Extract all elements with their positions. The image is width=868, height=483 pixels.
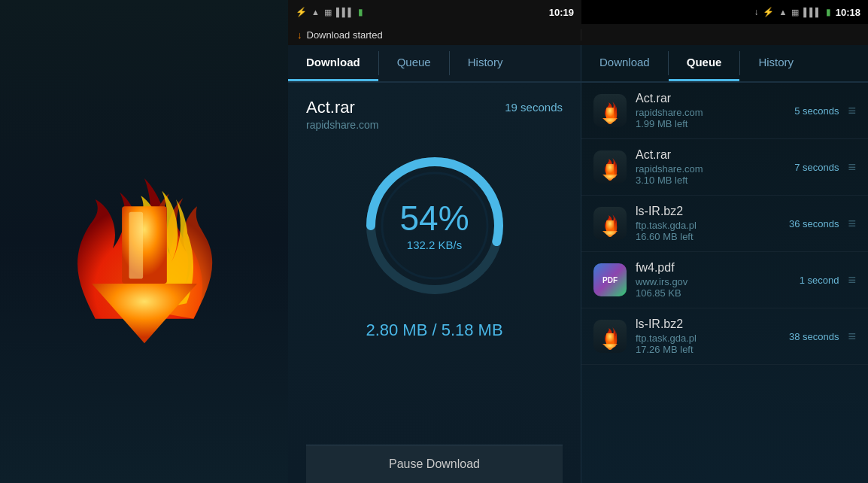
svg-rect-8 bbox=[606, 164, 614, 175]
queue-menu-icon[interactable]: ≡ bbox=[848, 329, 856, 345]
queue-menu-icon[interactable]: ≡ bbox=[848, 103, 856, 119]
queue-item-time: 1 second bbox=[800, 275, 839, 286]
queue-item-source: rapidshare.com bbox=[636, 163, 785, 175]
right-side: ⚡ ▲ ▦ ▌▌▌ ▮ 10:19 ↓ ⚡ ▲ ▦ ▌▌▌ ▮ 10:18 ↓ … bbox=[288, 0, 868, 483]
queue-menu-icon[interactable]: ≡ bbox=[848, 272, 856, 288]
pdf-icon: PDF bbox=[593, 263, 627, 296]
right-time: 10:18 bbox=[836, 7, 860, 18]
left-tabs: Download Queue History bbox=[288, 45, 581, 83]
wifi-icon-right: ▲ bbox=[778, 8, 787, 17]
queue-item-size: 1.99 MB left bbox=[636, 118, 785, 129]
sim-icon-right: ▦ bbox=[791, 8, 799, 17]
signal-icon-right: ▌▌▌ bbox=[803, 8, 821, 17]
right-tabs: Download Queue History bbox=[581, 45, 868, 83]
queue-menu-icon[interactable]: ≡ bbox=[848, 216, 856, 232]
queue-item[interactable]: ls-IR.bz2 ftp.task.gda.pl 17.26 MB left … bbox=[581, 308, 868, 365]
queue-item-info: fw4.pdf www.irs.gov 106.85 KB bbox=[636, 261, 791, 299]
app-logo bbox=[47, 136, 242, 347]
progress-text: 54% 132.2 KB/s bbox=[399, 201, 469, 251]
signal-icon-left: ▌▌▌ bbox=[336, 8, 354, 17]
fire-app-icon bbox=[593, 207, 627, 240]
queue-item-source: ftp.task.gda.pl bbox=[636, 220, 780, 231]
notif-left: ↓ Download started bbox=[288, 29, 581, 41]
fire-app-icon bbox=[593, 150, 627, 184]
queue-item[interactable]: Act.rar rapidshare.com 3.10 MB left 7 se… bbox=[581, 139, 868, 196]
tab-history-left[interactable]: History bbox=[450, 45, 521, 81]
tab-download-left[interactable]: Download bbox=[288, 45, 378, 81]
tab-download-right[interactable]: Download bbox=[581, 45, 668, 81]
svg-rect-0 bbox=[122, 206, 167, 284]
queue-item-time: 5 seconds bbox=[794, 105, 839, 117]
download-time-remaining: 19 seconds bbox=[505, 101, 563, 114]
queue-item-size: 3.10 MB left bbox=[636, 175, 785, 186]
tab-history-right[interactable]: History bbox=[740, 45, 812, 81]
usb-icon-left: ⚡ bbox=[296, 7, 307, 17]
download-notif-icon: ↓ bbox=[297, 29, 302, 41]
queue-item-name: Act.rar bbox=[636, 92, 785, 105]
progress-percent: 54% bbox=[399, 201, 469, 235]
svg-rect-6 bbox=[606, 108, 614, 118]
download-file-info: Act.rar rapidshare.com 19 seconds bbox=[306, 98, 563, 131]
queue-menu-icon[interactable]: ≡ bbox=[848, 159, 856, 175]
usb-icon-right: ⚡ bbox=[763, 7, 774, 17]
queue-item-name: Act.rar bbox=[636, 148, 785, 162]
progress-size: 2.80 MB / 5.18 MB bbox=[366, 320, 502, 340]
download-source: rapidshare.com bbox=[306, 119, 379, 131]
queue-item-name: fw4.pdf bbox=[636, 261, 791, 275]
download-panel: Act.rar rapidshare.com 19 seconds 54% bbox=[288, 83, 581, 483]
status-bars: ⚡ ▲ ▦ ▌▌▌ ▮ 10:19 ↓ ⚡ ▲ ▦ ▌▌▌ ▮ 10:18 bbox=[288, 0, 868, 24]
queue-item-info: ls-IR.bz2 ftp.task.gda.pl 16.60 MB left bbox=[636, 205, 780, 242]
svg-rect-2 bbox=[129, 212, 143, 279]
right-status-bar: ↓ ⚡ ▲ ▦ ▌▌▌ ▮ 10:18 bbox=[581, 0, 868, 24]
battery-icon-left: ▮ bbox=[358, 7, 363, 17]
progress-speed: 132.2 KB/s bbox=[399, 238, 469, 251]
left-time: 10:19 bbox=[549, 7, 574, 18]
queue-item-info: ls-IR.bz2 ftp.task.gda.pl 17.26 MB left bbox=[636, 317, 780, 355]
notification-bar: ↓ Download started bbox=[288, 24, 868, 45]
queue-item-size: 106.85 KB bbox=[636, 287, 791, 299]
svg-rect-12 bbox=[606, 333, 614, 344]
queue-item-size: 17.26 MB left bbox=[636, 344, 780, 355]
queue-item-info: Act.rar rapidshare.com 1.99 MB left bbox=[636, 92, 785, 129]
queue-item-time: 7 seconds bbox=[794, 162, 839, 173]
progress-circle: 54% 132.2 KB/s bbox=[360, 150, 510, 301]
queue-item-source: ftp.task.gda.pl bbox=[636, 333, 780, 344]
left-panel bbox=[0, 0, 288, 483]
tab-queue-right[interactable]: Queue bbox=[669, 45, 740, 81]
tab-queue-left[interactable]: Queue bbox=[379, 45, 449, 81]
notif-icon-right: ↓ bbox=[754, 7, 758, 17]
queue-item[interactable]: Act.rar rapidshare.com 1.99 MB left 5 se… bbox=[581, 83, 868, 139]
queue-item-source: www.irs.gov bbox=[636, 276, 791, 287]
queue-item[interactable]: PDF fw4.pdf www.irs.gov 106.85 KB 1 seco… bbox=[581, 252, 868, 308]
notification-text: Download started bbox=[307, 29, 383, 41]
sim-icon-left: ▦ bbox=[324, 8, 332, 17]
fire-app-icon bbox=[593, 320, 627, 353]
queue-item-source: rapidshare.com bbox=[636, 107, 785, 118]
battery-icon-right: ▮ bbox=[826, 7, 831, 17]
queue-item-info: Act.rar rapidshare.com 3.10 MB left bbox=[636, 148, 785, 186]
download-filename: Act.rar bbox=[306, 98, 379, 117]
svg-rect-10 bbox=[606, 220, 614, 231]
queue-item-size: 16.60 MB left bbox=[636, 231, 780, 242]
main-content: Act.rar rapidshare.com 19 seconds 54% bbox=[288, 83, 868, 483]
tabs-container: Download Queue History Download Queue Hi… bbox=[288, 45, 868, 83]
queue-item-time: 36 seconds bbox=[789, 218, 839, 229]
download-file-meta: Act.rar rapidshare.com bbox=[306, 98, 379, 131]
queue-item-name: ls-IR.bz2 bbox=[636, 205, 780, 218]
queue-panel: Act.rar rapidshare.com 1.99 MB left 5 se… bbox=[581, 83, 868, 483]
queue-item-time: 38 seconds bbox=[789, 331, 839, 342]
fire-app-icon bbox=[593, 94, 627, 127]
queue-item-name: ls-IR.bz2 bbox=[636, 317, 780, 331]
wifi-icon-left: ▲ bbox=[311, 8, 320, 17]
queue-item[interactable]: ls-IR.bz2 ftp.task.gda.pl 16.60 MB left … bbox=[581, 196, 868, 252]
pause-download-button[interactable]: Pause Download bbox=[306, 445, 563, 483]
left-status-bar: ⚡ ▲ ▦ ▌▌▌ ▮ 10:19 bbox=[288, 0, 581, 24]
